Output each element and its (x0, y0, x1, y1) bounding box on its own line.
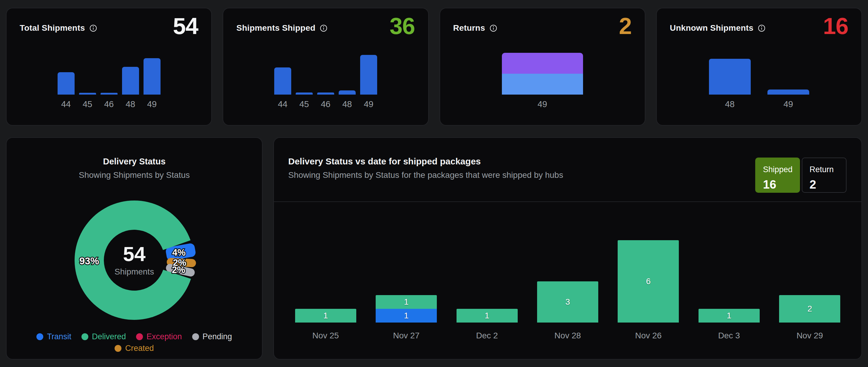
legend-dot-icon (136, 333, 143, 340)
bar-column: 1Nov 25 (285, 202, 366, 359)
toggle-return[interactable]: Return 2 (802, 157, 846, 193)
bar-segment: 2 (779, 295, 840, 323)
x-axis-label: 49 (147, 99, 157, 110)
mini-bar-chart: 4445464849 (223, 55, 428, 110)
legend-item-pending[interactable]: Pending (192, 332, 232, 341)
stat-card-total-shipments: Total Shipments 54 4445464849 (6, 8, 212, 126)
x-axis-label: 48 (342, 99, 352, 110)
x-axis-label: Nov 25 (312, 330, 339, 341)
bar-segment (274, 67, 291, 95)
bar-column: 48 (709, 59, 751, 110)
bar-stack (339, 90, 356, 95)
bar-column: 49 (360, 55, 377, 110)
donut-svg: 4%2%2%93% (72, 197, 197, 323)
bar-column: 3Nov 28 (527, 202, 608, 359)
mini-bar-chart: 4849 (657, 59, 862, 110)
panel-subtitle: Showing Shipments by Status (79, 170, 190, 180)
bar-column: 45 (296, 92, 313, 110)
legend-dot-icon (36, 333, 43, 340)
info-icon[interactable] (89, 24, 97, 32)
x-axis-label: 46 (321, 99, 330, 110)
legend-item-transit[interactable]: Transit (36, 332, 71, 341)
panel-subtitle: Showing Shipments by Status for the pack… (288, 170, 563, 180)
bar-segment (79, 93, 96, 95)
info-icon[interactable] (757, 24, 766, 32)
stat-card-title: Shipments Shipped (236, 23, 315, 33)
bar-stack (709, 59, 751, 95)
bar-segment (296, 92, 313, 95)
bar-column: 11Nov 27 (366, 202, 446, 359)
legend-item-delivered[interactable]: Delivered (82, 332, 126, 341)
mini-bar-chart: 49 (440, 53, 645, 110)
toggle-value: 2 (809, 178, 846, 191)
bar-value-label: 3 (565, 297, 570, 307)
bar-stack (360, 55, 377, 95)
x-axis-label: Nov 26 (635, 330, 662, 341)
bar-segment (317, 92, 334, 95)
x-axis-label: 44 (278, 99, 287, 110)
x-axis-label: 45 (299, 99, 309, 110)
bar-segment (502, 74, 583, 95)
x-axis-label: 45 (83, 99, 92, 110)
panel-title: Delivery Status vs date for shipped pack… (288, 156, 563, 166)
donut-slice-percent-label: 4% (172, 247, 186, 258)
toggle-label: Return (809, 165, 846, 174)
stat-card-value: 36 (390, 14, 415, 38)
x-axis-label: 49 (783, 99, 793, 110)
stat-card-header: Shipments Shipped 36 (236, 14, 415, 38)
stat-card-title: Total Shipments (20, 23, 85, 33)
timeline-header: Delivery Status vs date for shipped pack… (274, 138, 862, 202)
info-icon[interactable] (489, 24, 497, 32)
bar-segment (339, 90, 356, 95)
legend-label: Delivered (92, 332, 126, 341)
bar-segment (122, 67, 139, 95)
bar-stack (100, 93, 118, 95)
bar-value-label: 1 (323, 311, 328, 320)
bar-stack: 2 (779, 295, 840, 323)
legend-item-created[interactable]: Created (115, 344, 154, 353)
bar-stack (79, 93, 96, 95)
timeline-titles: Delivery Status vs date for shipped pack… (288, 156, 563, 202)
bar-column: 44 (274, 67, 291, 110)
legend-label: Pending (203, 332, 232, 341)
legend-item-exception[interactable]: Exception (136, 332, 182, 341)
bar-value-label: 2 (807, 304, 812, 314)
bar-segment (360, 55, 377, 95)
bar-stack (317, 92, 334, 95)
stat-card-shipments-shipped: Shipments Shipped 36 4445464849 (223, 8, 429, 126)
x-axis-label: Nov 27 (393, 330, 420, 341)
legend-label: Transit (47, 332, 71, 341)
legend-label: Exception (147, 332, 182, 341)
bar-stack (122, 67, 139, 95)
bar-value-label: 1 (404, 311, 409, 320)
donut-legend: TransitDeliveredExceptionPendingCreated (27, 332, 242, 359)
stat-card-value: 2 (619, 14, 631, 38)
x-axis-label: 44 (61, 99, 71, 110)
x-axis-label: 48 (126, 99, 135, 110)
x-axis-label: 48 (725, 99, 735, 110)
legend-dot-icon (192, 333, 199, 340)
info-icon[interactable] (319, 24, 328, 32)
dashboard-page: Total Shipments 54 4445464849 Shipments … (0, 0, 868, 367)
bar-value-label: 1 (485, 311, 489, 320)
bar-stack (296, 92, 313, 95)
bar-segment (709, 59, 751, 95)
bar-stack (144, 58, 160, 95)
donut-slice-percent-label: 2% (172, 265, 185, 275)
bar-value-label: 1 (404, 297, 409, 307)
x-axis-label: Nov 28 (554, 330, 581, 341)
stat-card-returns: Returns 2 49 (439, 8, 645, 126)
x-axis-label: 49 (537, 99, 547, 110)
stat-card-title: Unknown Shipments (670, 23, 753, 33)
bar-column: 46 (317, 92, 334, 110)
delivery-status-vs-date-card: Delivery Status vs date for shipped pack… (273, 137, 862, 360)
toggle-shipped[interactable]: Shipped 16 (755, 157, 800, 193)
bar-segment: 1 (376, 295, 437, 309)
bar-stack: 6 (618, 240, 679, 323)
bar-segment (768, 90, 809, 95)
bar-stack (502, 53, 583, 95)
mini-bar-chart: 4445464849 (6, 58, 211, 110)
bar-column: 1Dec 2 (447, 202, 527, 359)
bar-segment (144, 58, 160, 95)
stat-card-header: Total Shipments 54 (20, 14, 198, 38)
